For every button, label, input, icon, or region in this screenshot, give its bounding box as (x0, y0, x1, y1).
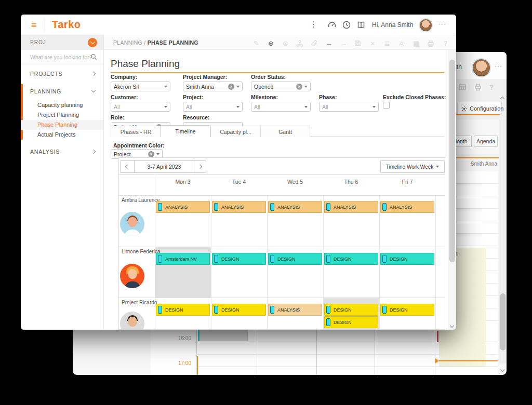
phase-select[interactable]: All (319, 102, 379, 112)
tab-configuration[interactable]: Configuration (457, 102, 502, 115)
breadcrumb-section[interactable]: PLANNING / (113, 39, 146, 46)
grid-line (196, 367, 498, 367)
grid-line (119, 298, 445, 298)
save-icon[interactable] (354, 40, 362, 47)
order-status-select[interactable]: Opened× (251, 82, 311, 91)
milestone-select[interactable]: All (251, 102, 311, 112)
sidebar-item-label: Actual Projects (37, 131, 75, 138)
avatar[interactable] (120, 264, 144, 288)
sidebar-item-phase-planning[interactable]: Phase Planning (21, 120, 103, 130)
add-icon[interactable]: ⊕ (267, 39, 275, 47)
kebab-menu-icon[interactable]: ⋮ (310, 20, 317, 29)
avatar[interactable] (120, 212, 144, 236)
main-scrollbar[interactable] (448, 50, 456, 330)
module-dropdown-button[interactable] (88, 38, 97, 47)
scroll-up-arrow[interactable] (498, 96, 507, 102)
phase-bar[interactable]: ANALYSIS (268, 201, 322, 213)
phase-bar[interactable]: DESIGN (212, 304, 266, 316)
share-icon[interactable] (296, 40, 304, 47)
filter-label: Company: (111, 74, 170, 80)
remove-icon[interactable]: ⊗ (282, 39, 289, 47)
view-mode-select[interactable]: Timeline Work Week (380, 160, 445, 173)
more-menu[interactable]: ··· (438, 20, 446, 28)
search-icon[interactable] (90, 53, 97, 60)
sidebar-search[interactable]: What are you looking for? (21, 50, 103, 64)
tab-gantt[interactable]: Gantt (260, 126, 310, 137)
sidebar-item-project-planning[interactable]: Project Planning (21, 110, 103, 120)
background-scrollbar[interactable] (499, 119, 507, 363)
phase-bar[interactable]: DESIGN (380, 253, 434, 265)
filter-label: Project Manager: (183, 74, 243, 80)
sidebar-item-planning[interactable]: PLANNING (21, 84, 103, 99)
cancel-icon[interactable]: × (369, 39, 377, 48)
grid-icon[interactable]: ▦ (413, 39, 420, 47)
phase-bar[interactable]: DESIGN (324, 253, 378, 265)
sidebar-item-projects[interactable]: PROJECTS (21, 66, 103, 81)
grid-view-icon[interactable] (458, 83, 467, 91)
phase-bar[interactable]: Amsterdam NV (156, 253, 210, 265)
attachment-icon[interactable] (311, 40, 318, 47)
filter-phase: Phase: All (319, 94, 379, 112)
dashboard-gauge-icon[interactable] (327, 20, 337, 30)
day-header: Wed 5 (267, 179, 323, 185)
phase-bar[interactable]: ANALYSIS (268, 304, 322, 316)
clear-icon[interactable]: × (228, 84, 234, 90)
date-range[interactable]: 3-7 April 2023 (134, 160, 194, 173)
more-menu[interactable]: ··· (495, 62, 502, 70)
phase-bar[interactable]: DESIGN (156, 304, 210, 316)
tab-agenda[interactable]: Agenda (474, 136, 498, 147)
scroll-down-arrow[interactable] (448, 322, 456, 329)
clock-icon[interactable] (342, 20, 351, 30)
tab-capacity-planning[interactable]: Capacity pl... (210, 126, 260, 137)
forward-icon[interactable]: → (340, 39, 348, 47)
phase-bar[interactable]: DESIGN (212, 253, 266, 265)
customer-select[interactable]: All (111, 102, 170, 112)
scroll-down-arrow[interactable] (498, 367, 507, 373)
tab-timeline[interactable]: Timeline (161, 125, 210, 137)
avatar[interactable] (120, 312, 144, 330)
phase-bar[interactable]: ANALYSIS (156, 201, 210, 213)
exclude-closed-phases-checkbox[interactable] (383, 102, 390, 109)
avatar[interactable] (472, 58, 491, 77)
phase-label: ANALYSIS (390, 205, 412, 210)
company-select[interactable]: Akeron Srl (111, 82, 170, 91)
phase-bar[interactable]: ANALYSIS (324, 201, 378, 213)
module-selector[interactable]: PROJ (21, 35, 103, 50)
phase-planning-window: ≡ Tarko ⋮ Hi, Anna Smith ··· PLANNING / … (21, 15, 456, 330)
back-icon[interactable]: ← (325, 39, 333, 47)
clear-icon[interactable]: × (148, 151, 154, 157)
sidebar-item-label: PROJECTS (30, 71, 62, 77)
sidebar-item-capacity-planning[interactable]: Capacity planning (21, 100, 103, 110)
print-icon[interactable] (427, 40, 435, 47)
title-underline (111, 72, 444, 73)
sidebar-item-actual-projects[interactable]: Actual Projects (21, 130, 103, 140)
sidebar-item-analysis[interactable]: ANALYSIS (21, 144, 103, 159)
select-value: All (254, 104, 302, 110)
clear-icon[interactable]: × (296, 84, 302, 90)
scrollbar-thumb[interactable] (500, 293, 506, 350)
phase-bar[interactable]: DESIGN (324, 316, 378, 328)
hamburger-menu-icon[interactable]: ≡ (31, 21, 40, 29)
print-icon[interactable] (474, 83, 482, 91)
previous-week-button[interactable] (120, 160, 135, 173)
gear-icon[interactable] (398, 40, 406, 47)
scrollbar-thumb[interactable] (449, 60, 455, 262)
project-manager-select[interactable]: Smith Anna× (183, 82, 243, 91)
project-select[interactable]: All (183, 102, 243, 112)
phase-bar[interactable]: DESIGN (324, 304, 378, 316)
help-icon[interactable]: ? (489, 83, 494, 91)
phase-bar[interactable]: DESIGN (268, 253, 322, 265)
app-logo[interactable]: Tarko (52, 19, 81, 31)
phase-bar[interactable]: ANALYSIS (380, 201, 434, 213)
edit-icon[interactable]: ✎ (252, 39, 260, 47)
next-week-button[interactable] (194, 160, 206, 173)
filter-label: Project: (183, 94, 243, 100)
list-icon[interactable]: ≣ (383, 39, 391, 47)
phase-bar[interactable]: DESIGN (380, 304, 434, 316)
tab-phases-hr[interactable]: Phases - HR (111, 126, 161, 137)
phase-label: Amsterdam NV (165, 256, 197, 262)
avatar[interactable] (419, 18, 433, 32)
book-icon[interactable] (356, 20, 366, 30)
help-icon[interactable]: ? (442, 39, 449, 47)
phase-bar[interactable]: ANALYSIS (212, 201, 266, 213)
